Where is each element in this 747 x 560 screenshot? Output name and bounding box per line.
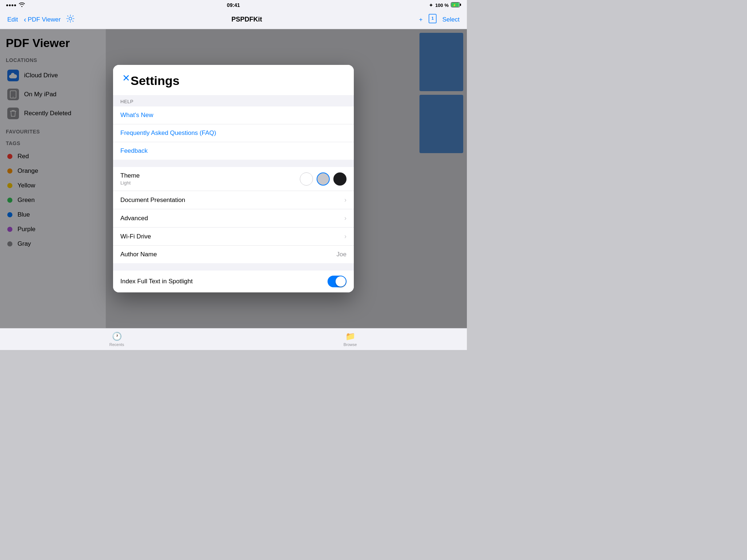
spotlight-toggle[interactable] <box>328 276 347 287</box>
theme-black-option[interactable] <box>333 172 347 186</box>
back-label: PDF Viewer <box>28 16 61 23</box>
modal-overlay: ✕ Settings HELP What's New Frequently As… <box>0 29 467 328</box>
status-bar-time: 09:41 <box>227 2 240 8</box>
advanced-label: Advanced <box>120 215 148 222</box>
document-icon-button[interactable]: 1 <box>429 14 437 25</box>
wifi-drive-label: Wi-Fi Drive <box>120 233 151 240</box>
bluetooth-icon: ✦ <box>429 3 433 8</box>
tab-recents-label: Recents <box>109 342 124 347</box>
settings-separator-1 <box>113 160 354 167</box>
settings-gear-button[interactable] <box>66 15 74 24</box>
whats-new-row[interactable]: What's New <box>113 106 354 124</box>
tab-bar: 🕐 Recents 📁 Browse <box>0 328 467 350</box>
chevron-right-icon: › <box>344 214 347 222</box>
signal-icon: ●●●● <box>6 3 16 8</box>
tab-recents[interactable]: 🕐 Recents <box>0 332 233 347</box>
nav-right: + 1 Select <box>419 14 460 25</box>
select-button[interactable]: Select <box>442 16 460 23</box>
svg-text:⚡: ⚡ <box>453 3 456 7</box>
battery-percent: 100 % <box>435 3 449 8</box>
nav-title: PSPDFKit <box>232 16 262 23</box>
section-header-help: HELP <box>113 95 354 106</box>
nav-left: Edit ‹ PDF Viewer <box>7 15 74 24</box>
modal-header: ✕ Settings <box>113 65 354 95</box>
svg-rect-2 <box>460 4 461 6</box>
edit-button[interactable]: Edit <box>7 16 18 23</box>
back-button[interactable]: ‹ PDF Viewer <box>24 15 61 24</box>
theme-sublabel: Light <box>120 180 300 186</box>
add-button[interactable]: + <box>419 16 423 23</box>
author-name-label: Author Name <box>120 251 157 258</box>
tab-browse-label: Browse <box>344 342 357 347</box>
modal-title: Settings <box>131 74 344 88</box>
theme-label: Theme <box>120 172 300 179</box>
author-name-value: Joe <box>337 251 347 258</box>
settings-group-general: Theme Light Document Presentation › Adva… <box>113 167 354 263</box>
settings-section-help: HELP What's New Frequently Asked Questio… <box>113 95 354 160</box>
feedback-label: Feedback <box>120 147 148 155</box>
browse-icon: 📁 <box>345 332 355 341</box>
theme-row-left: Theme Light <box>120 172 300 186</box>
whats-new-label: What's New <box>120 112 153 119</box>
nav-bar: Edit ‹ PDF Viewer PSPDFKit + 1 Select <box>0 10 467 29</box>
spotlight-row[interactable]: Index Full Text in Spotlight <box>113 271 354 292</box>
recents-icon: 🕐 <box>112 332 122 341</box>
theme-gray-option[interactable] <box>317 172 330 186</box>
wifi-icon <box>19 2 25 8</box>
theme-white-option[interactable] <box>300 172 313 186</box>
modal-close-button[interactable]: ✕ <box>120 72 132 84</box>
chevron-left-icon: ‹ <box>24 15 26 24</box>
spotlight-label: Index Full Text in Spotlight <box>120 278 193 285</box>
tab-browse[interactable]: 📁 Browse <box>233 332 467 347</box>
settings-separator-2 <box>113 263 354 271</box>
toggle-thumb <box>336 276 346 287</box>
settings-group-spotlight: Index Full Text in Spotlight <box>113 271 354 292</box>
status-bar-right: ✦ 100 % ⚡ <box>429 2 461 8</box>
faq-label: Frequently Asked Questions (FAQ) <box>120 129 216 137</box>
status-bar-left: ●●●● <box>6 2 25 8</box>
wifi-drive-row[interactable]: Wi-Fi Drive › <box>113 228 354 246</box>
settings-group-help: What's New Frequently Asked Questions (F… <box>113 106 354 160</box>
advanced-row[interactable]: Advanced › <box>113 209 354 228</box>
faq-row[interactable]: Frequently Asked Questions (FAQ) <box>113 124 354 142</box>
battery-icon: ⚡ <box>451 2 461 8</box>
theme-selector <box>300 172 347 186</box>
settings-modal: ✕ Settings HELP What's New Frequently As… <box>113 65 354 292</box>
svg-text:1: 1 <box>431 16 434 20</box>
status-bar: ●●●● 09:41 ✦ 100 % ⚡ <box>0 0 467 10</box>
document-presentation-label: Document Presentation <box>120 197 185 204</box>
close-icon: ✕ <box>122 73 130 84</box>
theme-row[interactable]: Theme Light <box>113 167 354 191</box>
author-name-row[interactable]: Author Name Joe <box>113 246 354 263</box>
chevron-right-icon: › <box>344 233 347 240</box>
chevron-right-icon: › <box>344 196 347 204</box>
feedback-row[interactable]: Feedback <box>113 142 354 160</box>
document-presentation-row[interactable]: Document Presentation › <box>113 191 354 209</box>
